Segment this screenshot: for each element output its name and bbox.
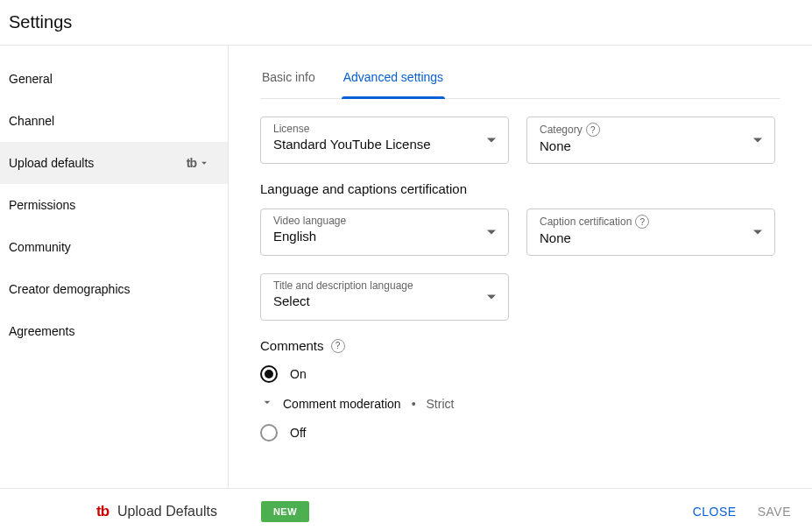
sidebar-item-channel[interactable]: Channel [0, 100, 228, 142]
tab-basic-info[interactable]: Basic info [260, 61, 317, 98]
category-select[interactable]: Category ? None [526, 117, 775, 164]
sidebar-item-permissions[interactable]: Permissions [0, 184, 228, 226]
category-label: Category ? [540, 123, 739, 137]
moderation-separator: • [412, 397, 416, 411]
sidebar-item-label: Channel [9, 114, 54, 128]
save-button: SAVE [758, 505, 791, 519]
footer-left: tb Upload Defaults NEW [96, 501, 309, 522]
radio-label: Off [290, 426, 306, 440]
title-description-language-value: Select [273, 293, 473, 308]
sidebar-item-label: Community [9, 240, 71, 254]
moderation-label: Comment moderation [283, 397, 401, 411]
comments-off-radio[interactable]: Off [260, 424, 780, 442]
dialog-footer: tb Upload Defaults NEW CLOSE SAVE [0, 488, 812, 530]
comments-on-radio[interactable]: On [260, 365, 780, 383]
moderation-value: Strict [427, 397, 455, 411]
video-language-label: Video language [273, 215, 473, 227]
help-icon[interactable]: ? [635, 215, 649, 229]
chevron-down-icon [260, 395, 274, 412]
caption-certification-label: Caption certification ? [540, 215, 739, 229]
dropdown-caret-icon [753, 138, 762, 143]
sidebar-item-label: General [9, 72, 53, 86]
video-language-value: English [273, 229, 473, 244]
title-description-language-select[interactable]: Title and description language Select [260, 273, 509, 321]
sidebar-item-label: Permissions [9, 198, 75, 212]
tubebuddy-icon: tb [96, 503, 109, 520]
category-value: None [540, 138, 739, 153]
caption-certification-select[interactable]: Caption certification ? None [526, 208, 775, 256]
dropdown-caret-icon [487, 295, 496, 300]
caption-certification-value: None [540, 230, 739, 245]
help-icon[interactable]: ? [586, 123, 600, 137]
dropdown-caret-icon [753, 230, 762, 235]
comment-moderation-toggle[interactable]: Comment moderation • Strict [260, 395, 780, 412]
help-icon[interactable]: ? [331, 339, 345, 353]
license-value: Standard YouTube License [273, 137, 473, 152]
sidebar-item-general[interactable]: General [0, 58, 228, 100]
sidebar-item-label: Agreements [9, 324, 74, 338]
title-description-language-label: Title and description language [273, 279, 473, 292]
tab-advanced-settings[interactable]: Advanced settings [342, 61, 445, 98]
upload-defaults-brand: Upload Defaults [117, 504, 217, 519]
dialog-header: Settings [0, 0, 812, 46]
tabs: Basic info Advanced settings [260, 61, 780, 99]
sidebar-item-trailing: tb [187, 156, 210, 170]
radio-label: On [290, 367, 307, 381]
sidebar-item-label: Creator demographics [9, 282, 131, 296]
sidebar-item-agreements[interactable]: Agreements [0, 310, 228, 352]
new-badge[interactable]: NEW [261, 501, 309, 522]
video-language-select[interactable]: Video language English [260, 208, 509, 256]
dropdown-caret-icon [487, 230, 496, 235]
section-comments: Comments ? [260, 338, 780, 353]
dialog-body: General Channel Upload defaults tb Permi… [0, 46, 812, 488]
close-button[interactable]: CLOSE [693, 505, 737, 519]
main-panel: Basic info Advanced settings License Sta… [229, 46, 812, 488]
dropdown-caret-icon [487, 138, 496, 143]
section-language-captions: Language and captions certification [260, 181, 780, 196]
sidebar-item-creator-demographics[interactable]: Creator demographics [0, 268, 228, 310]
sidebar-item-community[interactable]: Community [0, 226, 228, 268]
sidebar-item-label: Upload defaults [9, 156, 94, 170]
license-select[interactable]: License Standard YouTube License [260, 117, 509, 164]
page-title: Settings [9, 12, 803, 32]
radio-icon [260, 365, 278, 383]
footer-right: CLOSE SAVE [693, 505, 791, 519]
license-label: License [273, 123, 473, 135]
chevron-down-icon[interactable] [198, 157, 210, 169]
radio-icon [260, 424, 278, 442]
sidebar-item-upload-defaults[interactable]: Upload defaults tb [0, 142, 228, 184]
tubebuddy-icon: tb [187, 156, 196, 170]
settings-sidebar: General Channel Upload defaults tb Permi… [0, 46, 229, 488]
